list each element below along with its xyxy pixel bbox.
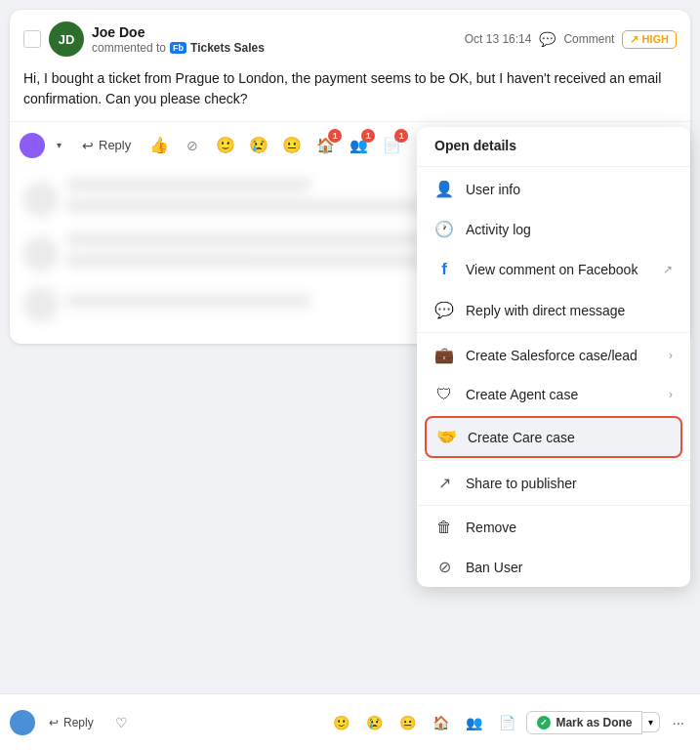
- bottom-three-dots-icon: ···: [672, 714, 684, 730]
- like-icon: 👍: [149, 136, 169, 154]
- user-info-item[interactable]: 👤 User info: [417, 169, 690, 209]
- open-details-item[interactable]: Open details: [417, 127, 690, 164]
- smiley-button[interactable]: 🙂: [211, 131, 240, 160]
- sad-icon: 😢: [249, 136, 268, 154]
- reply-dm-label: Reply with direct message: [466, 303, 625, 318]
- bottom-smiley-btn[interactable]: 🙂: [327, 709, 354, 736]
- user-name: Joe Doe: [92, 24, 457, 40]
- arrow-icon: ↗: [630, 33, 638, 45]
- bottom-neutral-btn[interactable]: 😐: [393, 709, 421, 736]
- like-button[interactable]: 👍: [144, 131, 174, 160]
- timestamp: Oct 13 16:14: [465, 32, 532, 46]
- open-details-label: Open details: [434, 138, 516, 153]
- bottom-heart-button[interactable]: ♡: [107, 708, 137, 737]
- view-comment-item[interactable]: f View comment on Facebook ↗: [417, 249, 690, 290]
- reply-dm-icon: 💬: [434, 301, 454, 319]
- hide-button[interactable]: ⊘: [178, 131, 207, 160]
- reply-label: Reply: [99, 138, 131, 152]
- document-btn-badge[interactable]: 📄 1: [377, 131, 406, 160]
- view-comment-label: View comment on Facebook: [466, 262, 638, 277]
- users-btn-badge[interactable]: 👥 1: [344, 131, 373, 160]
- bottom-neutral-icon: 😐: [399, 715, 416, 730]
- bottom-doc-icon: 📄: [499, 715, 515, 730]
- ban-user-item[interactable]: ⊘ Ban User: [417, 547, 690, 587]
- activity-log-label: Activity log: [466, 222, 531, 237]
- neutral-button[interactable]: 😐: [277, 131, 307, 160]
- assign-btn-badge[interactable]: 🏠 1: [310, 131, 340, 160]
- dropdown-divider-2: [417, 332, 690, 333]
- bottom-check-icon: ✓: [537, 716, 551, 729]
- facebook-icon: f: [434, 260, 454, 279]
- priority-badge: ↗ HIGH: [622, 30, 677, 49]
- bottom-reply-label: Reply: [63, 716, 94, 729]
- create-agent-item[interactable]: 🛡 Create Agent case ›: [417, 375, 690, 414]
- external-link-icon: ↗: [663, 263, 673, 276]
- smiley-icon: 🙂: [216, 136, 235, 154]
- bottom-users-btn[interactable]: 👥: [460, 709, 487, 736]
- card-header: JD Joe Doe commented to Fb Tickets Sales…: [10, 10, 690, 64]
- bottom-bar: ↩ Reply ♡ 🙂 😢 😐 🏠 👥 📄 ✓ Mark as Do: [0, 693, 700, 750]
- reply-dm-item[interactable]: 💬 Reply with direct message: [417, 290, 690, 330]
- bottom-more-btn[interactable]: ···: [666, 710, 690, 734]
- message-body: Hi, I bought a ticket from Prague to Lon…: [10, 64, 690, 121]
- comment-type: Comment: [563, 32, 614, 46]
- fb-badge: Fb: [170, 42, 186, 54]
- create-care-item[interactable]: 🤝 Create Care case: [425, 416, 682, 458]
- agent-icon: 🛡: [434, 386, 454, 403]
- bottom-mark-chevron[interactable]: ▾: [642, 712, 660, 732]
- remove-label: Remove: [466, 520, 516, 535]
- user-info: Joe Doe commented to Fb Tickets Sales: [92, 24, 457, 55]
- bottom-reply-button[interactable]: ↩ Reply: [41, 712, 102, 733]
- bottom-heart-icon: ♡: [115, 715, 128, 730]
- bottom-home-icon: 🏠: [432, 715, 449, 730]
- user-info-icon: 👤: [434, 180, 454, 198]
- sad-button[interactable]: 😢: [244, 131, 273, 160]
- bottom-mark-done-label: Mark as Done: [556, 716, 632, 729]
- care-icon: 🤝: [436, 427, 456, 447]
- create-care-label: Create Care case: [468, 430, 575, 445]
- reply-icon: ↩: [82, 138, 94, 153]
- share-publisher-item[interactable]: ↗ Share to publisher: [417, 463, 690, 503]
- avatar: JD: [49, 21, 84, 57]
- dropdown-divider-3: [417, 460, 690, 461]
- select-checkbox[interactable]: [23, 30, 41, 48]
- user-action-row: commented to Fb Tickets Sales: [92, 41, 457, 55]
- activity-log-icon: 🕐: [434, 220, 454, 238]
- user-info-label: User info: [466, 182, 520, 197]
- comment-icon: 💬: [539, 31, 556, 47]
- reply-button[interactable]: ↩ Reply: [72, 133, 141, 158]
- create-salesforce-item[interactable]: 💼 Create Salesforce case/lead ›: [417, 335, 690, 375]
- header-meta: Oct 13 16:14 💬 Comment ↗ HIGH: [465, 30, 677, 49]
- main-container: JD Joe Doe commented to Fb Tickets Sales…: [0, 0, 700, 750]
- bottom-sad-icon: 😢: [366, 715, 383, 730]
- share-icon: ↗: [434, 474, 454, 492]
- agent-avatar: [20, 133, 45, 158]
- bottom-doc-btn[interactable]: 📄: [493, 709, 520, 736]
- chevron-right-salesforce: ›: [669, 349, 673, 362]
- priority-label: HIGH: [642, 33, 670, 45]
- dropdown-divider-1: [417, 166, 690, 167]
- remove-icon: 🗑: [434, 519, 454, 536]
- bottom-assign-btn[interactable]: 🏠: [427, 709, 454, 736]
- dropdown-menu: Open details 👤 User info 🕐 Activity log …: [417, 127, 690, 587]
- channel-name: Tickets Sales: [190, 41, 265, 55]
- action-text: commented to: [92, 41, 166, 55]
- ban-user-label: Ban User: [466, 560, 522, 575]
- dropdown-divider-4: [417, 505, 690, 506]
- create-salesforce-label: Create Salesforce case/lead: [466, 348, 638, 363]
- ban-icon: ⊘: [434, 558, 454, 576]
- badge-3: 1: [394, 129, 408, 143]
- remove-item[interactable]: 🗑 Remove: [417, 508, 690, 547]
- badge-2: 1: [361, 129, 375, 143]
- bottom-sad-btn[interactable]: 😢: [360, 709, 388, 736]
- bottom-smiley-icon: 🙂: [333, 715, 350, 730]
- chevron-right-agent: ›: [669, 388, 673, 401]
- share-publisher-label: Share to publisher: [466, 476, 577, 491]
- activity-log-item[interactable]: 🕐 Activity log: [417, 209, 690, 249]
- bottom-mark-done-button[interactable]: ✓ Mark as Done: [526, 711, 642, 734]
- bottom-users-icon: 👥: [466, 715, 482, 730]
- neutral-icon: 😐: [282, 136, 302, 154]
- avatar-dropdown[interactable]: ▾: [49, 136, 68, 155]
- create-agent-label: Create Agent case: [466, 387, 578, 402]
- hide-icon: ⊘: [186, 138, 198, 153]
